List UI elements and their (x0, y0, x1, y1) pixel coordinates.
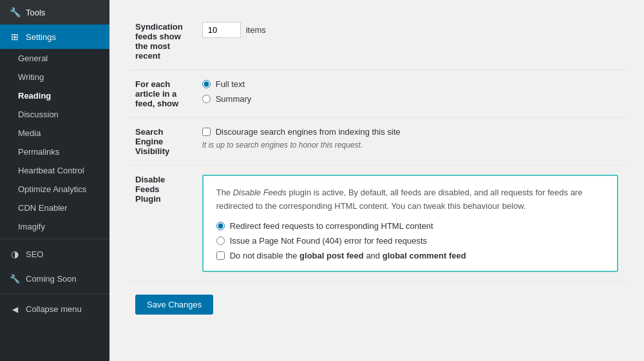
sidebar-item-coming-soon[interactable]: Coming Soon (0, 266, 109, 291)
full-text-label: Full text (216, 79, 245, 89)
disable-feeds-description: The Disable Feeds plugin is active, By d… (216, 186, 604, 213)
do-not-disable-label: Do not disable the global post feed and … (230, 251, 466, 260)
page-not-found-label: Issue a Page Not Found (404) error for f… (230, 236, 427, 246)
search-engine-checkbox-label: Discourage search engines from indexing … (216, 127, 401, 137)
sidebar-item-general[interactable]: General (0, 49, 109, 68)
seo-icon (9, 248, 21, 260)
disable-feeds-cell: The Disable Feeds plugin is active, By d… (196, 166, 625, 282)
redirect-feed-radio[interactable] (216, 222, 225, 230)
syndication-value-cell: items (196, 13, 625, 70)
search-engine-checkbox-row: Discourage search engines from indexing … (202, 127, 618, 137)
sidebar-item-seo[interactable]: SEO (0, 242, 109, 266)
global-comment-feed-bold: global comment feed (383, 251, 466, 260)
page-not-found-option[interactable]: Issue a Page Not Found (404) error for f… (216, 236, 604, 246)
search-engine-note: It is up to search engines to honor this… (202, 141, 618, 150)
sidebar-item-heartbeat[interactable]: Heartbeat Control (0, 161, 109, 180)
sidebar-divider-2 (0, 293, 109, 294)
search-engine-row: Search Engine Visibility Discourage sear… (129, 118, 625, 166)
search-engine-label: Search Engine Visibility (129, 118, 196, 166)
page-not-found-radio[interactable] (216, 237, 225, 245)
main-content: Syndication feeds show the most recent i… (109, 0, 644, 361)
collapse-icon (9, 303, 21, 315)
sidebar-item-reading[interactable]: Reading (0, 86, 109, 105)
sidebar-item-collapse[interactable]: Collapse menu (0, 297, 109, 321)
syndication-unit: items (246, 25, 266, 35)
coming-soon-icon (9, 273, 21, 284)
do-not-disable-option[interactable]: Do not disable the global post feed and … (216, 251, 604, 260)
search-engine-options: Discourage search engines from indexing … (202, 127, 618, 150)
article-feed-radio-group: Full text Summary (202, 79, 618, 104)
full-text-radio[interactable] (202, 80, 211, 88)
article-feed-options: Full text Summary (196, 70, 625, 118)
disable-feeds-row: Disable Feeds Plugin The Disable Feeds p… (129, 166, 625, 282)
disable-feeds-box: The Disable Feeds plugin is active, By d… (202, 175, 618, 272)
article-feed-label: For each article in a feed, show (129, 70, 196, 118)
global-post-feed-bold: global post feed (299, 251, 364, 260)
summary-label: Summary (216, 94, 252, 104)
sidebar-item-discussion[interactable]: Discussion (0, 105, 109, 124)
syndication-count-input[interactable] (202, 22, 241, 38)
syndication-row: Syndication feeds show the most recent i… (129, 13, 625, 70)
sidebar-collapse-label: Collapse menu (26, 304, 82, 314)
sidebar: Tools Settings General Writing Reading D… (0, 0, 109, 361)
summary-option[interactable]: Summary (202, 94, 618, 104)
sidebar-item-cdn-enabler[interactable]: CDN Enabler (0, 199, 109, 217)
sidebar-coming-soon-label: Coming Soon (26, 274, 77, 284)
do-not-disable-checkbox[interactable] (216, 251, 225, 260)
settings-icon (9, 31, 21, 43)
disable-feeds-radio-group: Redirect feed requests to corresponding … (216, 221, 604, 260)
sidebar-item-writing[interactable]: Writing (0, 68, 109, 86)
summary-radio[interactable] (202, 95, 211, 103)
settings-table: Syndication feeds show the most recent i… (129, 13, 625, 282)
feed-input-group: items (202, 22, 618, 38)
search-engine-cell: Discourage search engines from indexing … (196, 118, 625, 166)
sidebar-divider-1 (0, 239, 109, 239)
article-feed-row: For each article in a feed, show Full te… (129, 70, 625, 118)
sidebar-item-tools[interactable]: Tools (0, 0, 109, 24)
sidebar-item-media[interactable]: Media (0, 124, 109, 142)
disable-feeds-label: Disable Feeds Plugin (129, 166, 196, 282)
tools-icon (9, 6, 21, 18)
sidebar-settings-label: Settings (26, 32, 56, 42)
redirect-feed-option[interactable]: Redirect feed requests to corresponding … (216, 221, 604, 231)
sidebar-item-optimize-analytics[interactable]: Optimize Analytics (0, 180, 109, 199)
search-engine-checkbox[interactable] (202, 128, 211, 136)
full-text-option[interactable]: Full text (202, 79, 618, 89)
sidebar-item-settings[interactable]: Settings (0, 24, 109, 49)
save-changes-button[interactable]: Save Changes (135, 295, 213, 315)
sidebar-seo-label: SEO (26, 249, 43, 259)
disable-feeds-em: Disable Feeds (233, 188, 287, 197)
syndication-label: Syndication feeds show the most recent (129, 13, 196, 70)
sidebar-tools-label: Tools (26, 8, 45, 17)
sidebar-item-permalinks[interactable]: Permalinks (0, 142, 109, 161)
redirect-feed-label: Redirect feed requests to corresponding … (230, 221, 433, 231)
sidebar-item-imagify[interactable]: Imagify (0, 217, 109, 236)
bottom-area: Save Changes (129, 282, 625, 321)
